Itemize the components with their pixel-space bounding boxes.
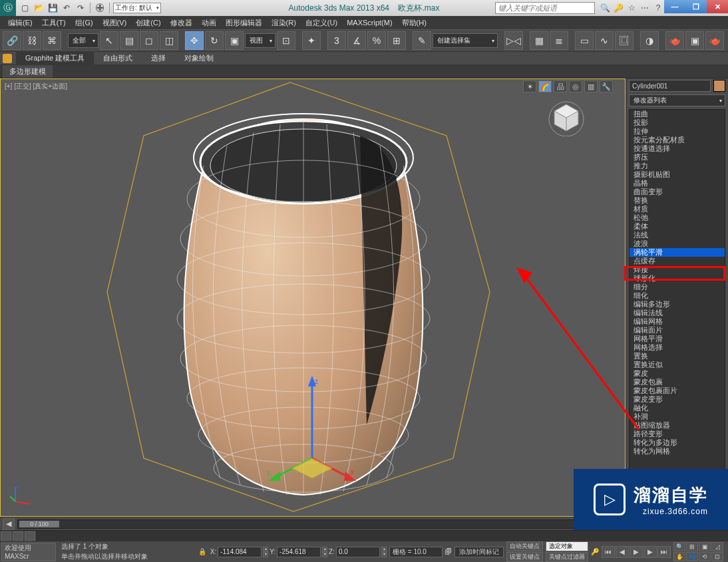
menu-item[interactable]: 渲染(R): [268, 17, 300, 29]
goto-start-icon[interactable]: ⏮: [602, 546, 615, 558]
ribbon-tab[interactable]: 自由形式: [94, 51, 142, 65]
modifier-item[interactable]: 补洞: [630, 412, 725, 421]
modifier-item[interactable]: 摄影机贴图: [630, 170, 725, 179]
modifier-item[interactable]: 推力: [630, 162, 725, 170]
modifier-item[interactable]: 置换: [630, 352, 725, 360]
minimize-button[interactable]: —: [664, 0, 685, 13]
hierarchy-tab-icon[interactable]: 品: [554, 80, 567, 92]
angle-snap-icon[interactable]: ∡: [347, 31, 366, 50]
menu-item[interactable]: 自定义(U): [301, 17, 341, 29]
new-icon[interactable]: ▢: [19, 2, 31, 14]
window-cross-icon[interactable]: ◫: [160, 31, 178, 50]
modifier-list[interactable]: 扭曲投影拉伸按元素分配材质按通道选择挤压推力摄影机贴图晶格曲面变形替换材质松弛柔…: [629, 109, 725, 515]
orbit-icon[interactable]: ⟲: [699, 552, 711, 561]
menu-item[interactable]: 帮助(H): [398, 17, 431, 29]
setkey-button[interactable]: 设置关键点: [506, 552, 543, 562]
timetag-icon[interactable]: 🗐: [445, 548, 452, 555]
modifier-item[interactable]: 编辑网格: [630, 317, 725, 326]
link-icon[interactable]: 🔗: [3, 31, 21, 50]
menu-item[interactable]: 工具(T): [38, 17, 70, 29]
curve-editor-icon[interactable]: ∿: [595, 31, 614, 50]
menu-item[interactable]: 编辑(E): [4, 17, 37, 29]
modifier-item[interactable]: 路径变形: [630, 430, 725, 438]
namedsel-dropdown[interactable]: 创建选择集: [433, 33, 498, 48]
modifier-item[interactable]: 贴图缩放器: [630, 421, 725, 430]
ribbon-toggle-icon[interactable]: ▭: [575, 31, 594, 50]
modifier-item[interactable]: 转化为网格: [630, 447, 725, 456]
goto-end-icon[interactable]: ⏭: [657, 546, 671, 558]
modifier-item[interactable]: 拉伸: [630, 127, 725, 136]
unlink-icon[interactable]: ⛓: [23, 31, 41, 50]
track-filter-icon[interactable]: [13, 531, 23, 541]
time-thumb[interactable]: 0 / 100: [19, 521, 59, 527]
walk-icon[interactable]: 👣: [686, 552, 698, 561]
select-name-icon[interactable]: ▤: [120, 31, 138, 50]
open-icon[interactable]: 📂: [33, 2, 45, 14]
modifier-item[interactable]: 法线: [630, 231, 725, 239]
close-button[interactable]: ✕: [707, 0, 728, 13]
scale-icon[interactable]: ▣: [225, 31, 244, 50]
render-frame-icon[interactable]: ▣: [685, 31, 704, 50]
coord-z-input[interactable]: [336, 547, 380, 557]
next-frame-icon[interactable]: ▶: [643, 546, 657, 558]
maximize-button[interactable]: ❐: [685, 0, 707, 13]
modifier-item[interactable]: 融化: [630, 404, 725, 412]
zoom-icon[interactable]: 🔍: [673, 542, 685, 551]
subscr-icon[interactable]: 🔑: [612, 2, 624, 14]
modifier-item[interactable]: 晶格: [630, 179, 725, 188]
search-icon[interactable]: 🔍: [599, 2, 611, 14]
modifier-item[interactable]: 置换近似: [630, 360, 725, 369]
menu-item[interactable]: 视图(V): [98, 17, 131, 29]
fov-icon[interactable]: ◿: [711, 542, 723, 551]
modifier-item[interactable]: 柔体: [630, 222, 725, 231]
spinner-snap-icon[interactable]: ⊞: [387, 31, 406, 50]
help-search[interactable]: [495, 2, 595, 14]
modifier-item[interactable]: 涡轮平滑: [630, 248, 725, 257]
modifier-item[interactable]: 按元素分配材质: [630, 136, 725, 144]
sel-filter-dropdown[interactable]: 全部: [68, 33, 98, 48]
modifier-item[interactable]: 按通道选择: [630, 144, 725, 153]
favorites-icon[interactable]: ⋯: [639, 2, 651, 14]
maxscript-mini[interactable]: 欢迎使用 MAXScr: [1, 543, 56, 561]
coord-y-input[interactable]: [277, 547, 321, 557]
ribbon-tab[interactable]: 选择: [142, 51, 175, 65]
modifier-item[interactable]: 蒙皮变形: [630, 395, 725, 404]
modifier-item[interactable]: 球形化: [630, 274, 725, 283]
workspace-dropdown[interactable]: 工作台: 默认▾: [113, 3, 161, 13]
subtab-polymodel[interactable]: 多边形建模: [3, 65, 53, 78]
modifier-item[interactable]: 编辑面片: [630, 326, 725, 335]
track-ruler[interactable]: [36, 531, 728, 541]
modifier-item[interactable]: 编辑法线: [630, 309, 725, 317]
track-curve-icon[interactable]: [25, 531, 35, 541]
material-editor-icon[interactable]: ◑: [640, 31, 659, 50]
menu-item[interactable]: 组(G): [71, 17, 97, 29]
schematic-icon[interactable]: ⿴: [615, 31, 634, 50]
manip-icon[interactable]: ✦: [302, 31, 321, 50]
menu-item[interactable]: 动画: [198, 17, 220, 29]
track-bar[interactable]: [0, 530, 728, 541]
modifier-item[interactable]: 细化: [630, 291, 725, 300]
pivot-icon[interactable]: ⊡: [277, 31, 295, 50]
menu-item[interactable]: MAXScript(M): [343, 17, 396, 28]
motion-tab-icon[interactable]: ◎: [569, 80, 582, 92]
display-tab-icon[interactable]: ▥: [584, 80, 598, 92]
percent-snap-icon[interactable]: %: [367, 31, 386, 50]
help-icon[interactable]: ?: [652, 2, 664, 14]
menu-item[interactable]: 修改器: [166, 17, 196, 29]
modifier-item[interactable]: 细分: [630, 283, 725, 291]
ribbon-tab[interactable]: 对象绘制: [175, 51, 223, 65]
modifier-item[interactable]: 替换: [630, 196, 725, 205]
undo-icon[interactable]: ↶: [61, 2, 73, 14]
max-toggle-icon[interactable]: ⊡: [711, 552, 723, 561]
modifier-item[interactable]: 蒙皮包裹面片: [630, 386, 725, 395]
zoom-all-icon[interactable]: ⊞: [686, 542, 698, 551]
autokey-button[interactable]: 自动关键点: [506, 541, 543, 551]
coord-x-input[interactable]: [218, 547, 262, 557]
menu-item[interactable]: 图形编辑器: [222, 17, 266, 29]
bind-icon[interactable]: ⌘: [43, 31, 61, 50]
menu-item[interactable]: 创建(C): [132, 17, 164, 29]
viewport[interactable]: [+] [正交] [真实+边面]: [0, 78, 626, 517]
modifier-item[interactable]: 点缓存: [630, 257, 725, 265]
modifier-item[interactable]: 曲面变形: [630, 188, 725, 196]
keyfilter-button[interactable]: 关键点过滤器: [546, 552, 588, 562]
